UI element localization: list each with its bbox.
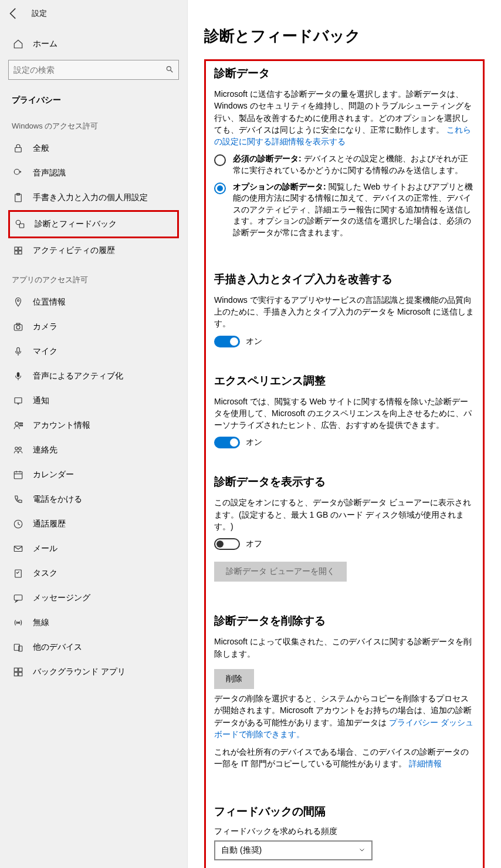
sidebar-item-label: 音声によるアクティブ化	[33, 371, 123, 381]
background-apps-icon	[12, 666, 25, 678]
sidebar-item-label: メッセージング	[33, 593, 90, 603]
radio-checked-icon	[214, 183, 226, 194]
svg-rect-30	[15, 570, 22, 577]
sidebar-item-label: マイク	[33, 346, 57, 357]
highlighted-region: 診断データ Microsoft に送信する診断データの量を選択します。診断データ…	[204, 59, 485, 868]
main-content: 診断とフィードバック 診断データ Microsoft に送信する診断データの量を…	[188, 0, 501, 868]
view-data-toggle[interactable]	[214, 538, 240, 550]
view-data-desc: この設定をオンにすると、データが診断データ ビューアーに表示されます。(設定する…	[214, 497, 475, 532]
category-label: プライバシー	[8, 88, 179, 109]
svg-rect-31	[14, 595, 22, 600]
radio-required-text: 必須の診断データ: デバイスとその設定と機能、およびそれが正常に実行されているか…	[233, 153, 475, 176]
svg-rect-38	[19, 673, 22, 676]
lock-icon	[12, 142, 25, 155]
sidebar-item-speech[interactable]: 音声認識	[8, 161, 179, 185]
sidebar-item-account-info[interactable]: アカウント情報	[8, 413, 179, 438]
microphone-icon	[12, 345, 25, 358]
sidebar-item-label: 音声認識	[33, 168, 66, 178]
sidebar-item-notifications[interactable]: 通知	[8, 389, 179, 413]
sidebar-item-location[interactable]: 位置情報	[8, 290, 179, 315]
search-input[interactable]	[13, 65, 165, 75]
sidebar-item-label: カレンダー	[33, 470, 74, 480]
dropdown-value: 自動 (推奨)	[221, 845, 262, 856]
diag-data-title: 診断データ	[214, 66, 475, 81]
sidebar-item-label: 診断とフィードバック	[35, 219, 117, 229]
sidebar-item-activity[interactable]: アクティビティの履歴	[8, 238, 179, 263]
camera-icon	[12, 320, 25, 333]
delete-data-desc: Microsoft によって収集された、このデバイスに関する診断データを削除しま…	[214, 636, 475, 660]
diag-data-desc: Microsoft に送信する診断データの量を選択します。診断データは、Wind…	[214, 88, 475, 147]
sidebar-item-contacts[interactable]: 連絡先	[8, 438, 179, 462]
sidebar-item-tasks[interactable]: タスク	[8, 561, 179, 586]
page-title: 診断とフィードバック	[204, 26, 485, 46]
search-box[interactable]	[8, 60, 179, 80]
sidebar-item-label: 通話履歴	[33, 519, 66, 529]
home-nav[interactable]: ホーム	[8, 32, 179, 56]
svg-rect-35	[14, 668, 18, 671]
svg-point-19	[15, 422, 19, 425]
head-speech-icon	[12, 167, 25, 180]
contacts-icon	[12, 444, 25, 457]
svg-rect-37	[14, 673, 18, 676]
svg-rect-36	[19, 668, 22, 671]
devices-icon	[12, 641, 25, 654]
sidebar-item-call-history[interactable]: 通話履歴	[8, 512, 179, 536]
svg-rect-11	[19, 251, 22, 254]
sidebar-item-background-apps[interactable]: バックグラウンド アプリ	[8, 660, 179, 684]
radio-required[interactable]: 必須の診断データ: デバイスとその設定と機能、およびそれが正常に実行されているか…	[214, 153, 475, 176]
home-label: ホーム	[33, 39, 57, 49]
sidebar-item-diagnostics[interactable]: 診断とフィードバック	[8, 210, 179, 238]
back-arrow-icon[interactable]	[6, 6, 21, 21]
svg-point-14	[16, 326, 20, 329]
tailored-toggle-label: オン	[246, 437, 262, 448]
sidebar-item-label: バックグラウンド アプリ	[33, 667, 126, 677]
sidebar-item-label: 手書き入力と入力の個人用設定	[33, 192, 148, 203]
sidebar-item-inking[interactable]: 手書き入力と入力の個人用設定	[8, 185, 179, 210]
feedback-icon	[13, 218, 26, 231]
sidebar-item-radios[interactable]: 無線	[8, 610, 179, 635]
sidebar-item-camera[interactable]: カメラ	[8, 315, 179, 339]
sidebar-item-messaging[interactable]: メッセージング	[8, 586, 179, 610]
calendar-icon	[12, 468, 25, 481]
feedback-dropdown[interactable]: 自動 (推奨)	[214, 840, 373, 860]
sidebar-item-call[interactable]: 電話をかける	[8, 487, 179, 512]
svg-point-0	[167, 66, 171, 70]
email-icon	[12, 542, 25, 555]
svg-rect-16	[17, 347, 20, 352]
svg-rect-24	[14, 472, 22, 479]
sidebar-item-other-devices[interactable]: 他のデバイス	[8, 635, 179, 660]
inking-title: 手描き入力とタイプ入力を改善する	[214, 272, 475, 287]
more-info-link[interactable]: 詳細情報	[409, 759, 442, 768]
sidebar-item-label: 連絡先	[33, 445, 57, 455]
delete-data-title: 診断データを削除する	[214, 613, 475, 629]
delete-button[interactable]: 削除	[214, 669, 254, 689]
svg-rect-29	[14, 546, 22, 552]
sidebar-item-general[interactable]: 全般	[8, 136, 179, 161]
radio-optional[interactable]: オプションの診断データ: 閲覧した Web サイトおよびアプリと機能の使用方法に…	[214, 181, 475, 239]
sidebar-item-label: 電話をかける	[33, 494, 82, 505]
sidebar-item-label: 通知	[33, 396, 49, 406]
app-title: 設定	[32, 8, 47, 19]
sidebar-item-calendar[interactable]: カレンダー	[8, 462, 179, 487]
svg-rect-9	[19, 247, 22, 250]
svg-line-1	[171, 70, 173, 72]
sidebar-item-email[interactable]: メール	[8, 536, 179, 561]
titlebar: 設定	[0, 0, 187, 27]
sidebar-item-label: 全般	[33, 143, 49, 154]
delete-note2: これが会社所有のデバイスである場合、このデバイスの診断データの一部を IT 部門…	[214, 746, 475, 770]
svg-rect-18	[15, 398, 22, 403]
radio-unchecked-icon	[214, 154, 226, 166]
svg-rect-21	[19, 425, 22, 426]
sidebar-item-microphone[interactable]: マイク	[8, 339, 179, 364]
tailored-toggle[interactable]	[214, 437, 240, 448]
inking-toggle[interactable]	[214, 336, 240, 347]
svg-rect-17	[17, 372, 20, 377]
sidebar-item-voice-activation[interactable]: 音声によるアクティブ化	[8, 364, 179, 389]
inking-toggle-label: オン	[246, 336, 262, 347]
voice-activation-icon	[12, 370, 25, 383]
sidebar: 設定 ホーム プライバシー Windows のアクセス許可 全般 音声認識 手書…	[0, 0, 188, 868]
feedback-frequency-label: フィードバックを求められる頻度	[214, 826, 475, 837]
svg-rect-10	[15, 251, 18, 254]
sidebar-item-label: 他のデバイス	[33, 642, 82, 653]
sidebar-item-label: 位置情報	[33, 297, 66, 308]
